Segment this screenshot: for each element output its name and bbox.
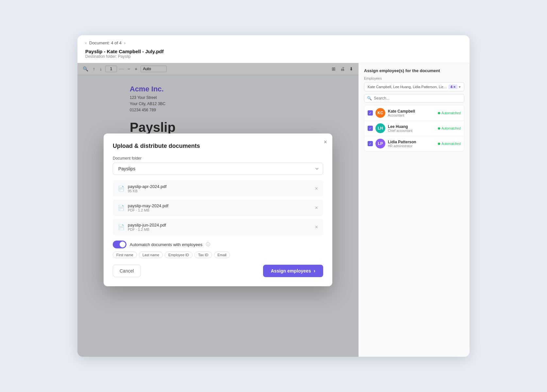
- emp-avatar-lidia: LP: [375, 139, 385, 149]
- employee-search-input[interactable]: [374, 96, 461, 101]
- assign-employees-button[interactable]: Assign employees ›: [263, 265, 323, 277]
- emp-checkbox-lee[interactable]: [368, 126, 373, 131]
- upload-modal: × Upload & distribute documents Document…: [104, 133, 332, 286]
- selected-employees-box[interactable]: Kate Campbell, Lee Huang, Lidia Patterso…: [364, 82, 464, 91]
- file-name-1: payslip-apr-2024.pdf: [128, 184, 312, 189]
- emp-avatar-lee: LH: [375, 123, 385, 133]
- automatch-badge-lidia: Automatched: [438, 142, 461, 146]
- emp-name-lidia: Lidia Patterson: [388, 140, 435, 144]
- right-panel: Assign employee(s) for the document Empl…: [358, 63, 470, 357]
- employee-search-box: 🔍: [364, 94, 464, 102]
- app-container: ‹ Document: 4 of 4 › Payslip - Kate Camp…: [77, 35, 470, 357]
- folder-select[interactable]: Payslips: [113, 163, 323, 175]
- automatch-row: Automatch documents with employees ⓘ: [113, 241, 323, 248]
- emp-info-lidia: Lidia Patterson HR administrator: [388, 140, 435, 148]
- employee-item-kate: KC Kate Campbell Accountant Automatched: [364, 105, 464, 121]
- doc-filename: Payslip - Kate Campbell - July.pdf: [85, 49, 462, 54]
- modal-title: Upload & distribute documents: [113, 143, 323, 149]
- automatch-text-lidia: Automatched: [441, 142, 461, 146]
- file-item-2: 📄 payslip-may-2024.pdf PDF · 1.2 MB ×: [113, 199, 323, 216]
- automatch-badge-kate: Automatched: [438, 111, 461, 115]
- emp-name-lee: Lee Huang: [388, 124, 435, 129]
- search-icon: 🔍: [367, 96, 372, 101]
- automatch-text-lee: Automatched: [441, 127, 461, 130]
- tags-row: First name Last name Employee ID Tax ID …: [113, 252, 323, 258]
- employee-item-lee: LH Lee Huang Chief accountant Automatche…: [364, 121, 464, 136]
- tag-last-name[interactable]: Last name: [139, 252, 163, 258]
- file-icon-3: 📄: [118, 224, 124, 230]
- emp-info-lee: Lee Huang Chief accountant: [388, 124, 435, 133]
- info-icon: ⓘ: [206, 242, 210, 247]
- file-size-1: 95 KB: [128, 189, 312, 193]
- doc-destination: Destination folder: Payslip: [85, 54, 462, 59]
- file-icon-2: 📄: [118, 205, 124, 211]
- panel-title: Assign employee(s) for the document: [364, 68, 464, 73]
- tag-first-name[interactable]: First name: [113, 252, 137, 258]
- emp-role-lee: Chief accountant: [388, 129, 435, 133]
- file-item-3: 📄 payslip-jun-2024.pdf PDF · 1.2 MB ×: [113, 219, 323, 235]
- emp-checkbox-kate[interactable]: [368, 110, 373, 116]
- employee-list: KC Kate Campbell Accountant Automatched …: [364, 105, 464, 151]
- emp-name-kate: Kate Campbell: [388, 109, 435, 114]
- doc-nav-label: Document: 4 of 4: [89, 40, 122, 45]
- file-name-2: payslip-may-2024.pdf: [128, 203, 312, 208]
- emp-role-kate: Accountant: [388, 114, 435, 117]
- tag-employee-id[interactable]: Employee ID: [165, 252, 192, 258]
- main-area: 🔍 ↑ ↓ — − + Auto 50% 100% 150% ⊞ 🖨 ⬇: [77, 63, 470, 357]
- file-info-3: payslip-jun-2024.pdf PDF · 1.2 MB: [128, 223, 312, 231]
- file-size-3: PDF · 1.2 MB: [128, 227, 312, 231]
- employees-label: Employees: [364, 76, 464, 80]
- file-remove-3[interactable]: ×: [315, 224, 318, 230]
- automatch-text-kate: Automatched: [441, 111, 461, 115]
- tag-email[interactable]: Email: [214, 252, 230, 258]
- automatch-dot-lidia: [438, 143, 440, 145]
- emp-checkbox-lidia[interactable]: [368, 141, 373, 146]
- file-remove-2[interactable]: ×: [315, 205, 318, 211]
- dropdown-arrow-icon: ▾: [459, 85, 461, 89]
- cancel-button[interactable]: Cancel: [113, 265, 141, 277]
- file-info-2: payslip-may-2024.pdf PDF · 1.2 MB: [128, 203, 312, 212]
- automatch-toggle[interactable]: [113, 241, 126, 248]
- emp-info-kate: Kate Campbell Accountant: [388, 109, 435, 117]
- top-bar: ‹ Document: 4 of 4 › Payslip - Kate Camp…: [77, 35, 470, 63]
- automatch-badge-lee: Automatched: [438, 127, 461, 130]
- modal-close-button[interactable]: ×: [323, 139, 327, 146]
- file-remove-1[interactable]: ×: [315, 186, 318, 192]
- count-badge: 4 ×: [448, 85, 457, 89]
- automatch-label: Automatch documents with employees: [130, 242, 203, 247]
- emp-avatar-kate: KC: [375, 108, 385, 118]
- assign-label: Assign employees: [271, 268, 311, 274]
- automatch-dot-lee: [438, 127, 440, 130]
- next-doc-icon[interactable]: ›: [124, 41, 125, 45]
- automatch-dot-kate: [438, 112, 440, 114]
- assign-arrow-icon: ›: [314, 268, 315, 274]
- prev-doc-icon[interactable]: ‹: [85, 41, 87, 45]
- file-size-2: PDF · 1.2 MB: [128, 208, 312, 212]
- pdf-viewer: 🔍 ↑ ↓ — − + Auto 50% 100% 150% ⊞ 🖨 ⬇: [77, 63, 358, 357]
- selected-employees-text: Kate Campbell, Lee Huang, Lidia Patterso…: [368, 85, 448, 89]
- employee-item-lidia: LP Lidia Patterson HR administrator Auto…: [364, 136, 464, 151]
- emp-role-lidia: HR administrator: [388, 144, 435, 148]
- tag-tax-id[interactable]: Tax ID: [194, 252, 212, 258]
- document-nav: ‹ Document: 4 of 4 ›: [85, 40, 462, 45]
- file-name-3: payslip-jun-2024.pdf: [128, 223, 312, 227]
- folder-label: Document folder: [113, 156, 323, 161]
- modal-footer: Cancel Assign employees ›: [113, 265, 323, 277]
- modal-overlay: × Upload & distribute documents Document…: [77, 63, 358, 357]
- file-item-1: 📄 payslip-apr-2024.pdf 95 KB ×: [113, 180, 323, 197]
- file-info-1: payslip-apr-2024.pdf 95 KB: [128, 184, 312, 193]
- file-icon-1: 📄: [118, 185, 124, 192]
